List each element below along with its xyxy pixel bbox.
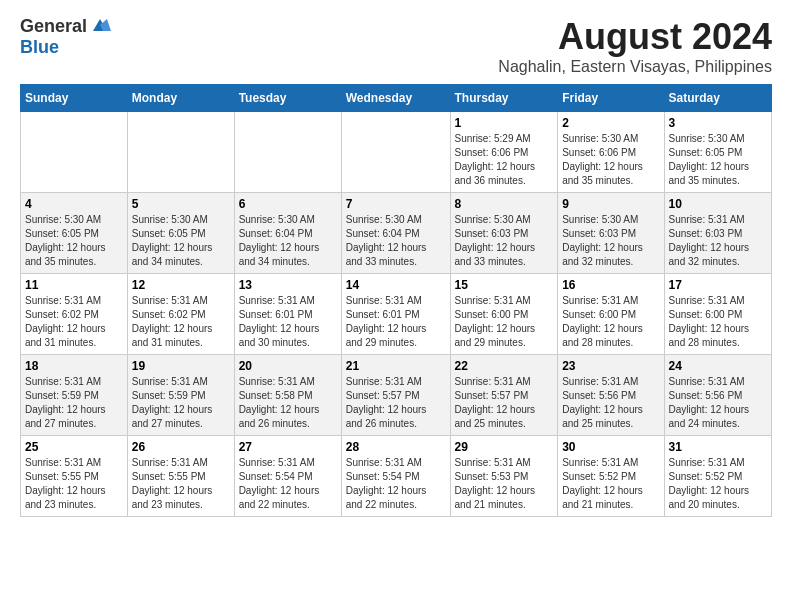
logo-blue-text: Blue bbox=[20, 37, 59, 58]
day-number: 4 bbox=[25, 197, 123, 211]
day-number: 9 bbox=[562, 197, 659, 211]
day-info: Sunrise: 5:31 AM Sunset: 5:56 PM Dayligh… bbox=[562, 375, 659, 431]
day-info: Sunrise: 5:31 AM Sunset: 6:00 PM Dayligh… bbox=[562, 294, 659, 350]
calendar-cell: 28Sunrise: 5:31 AM Sunset: 5:54 PM Dayli… bbox=[341, 436, 450, 517]
calendar-cell: 18Sunrise: 5:31 AM Sunset: 5:59 PM Dayli… bbox=[21, 355, 128, 436]
calendar-cell: 13Sunrise: 5:31 AM Sunset: 6:01 PM Dayli… bbox=[234, 274, 341, 355]
day-number: 27 bbox=[239, 440, 337, 454]
calendar-cell: 1Sunrise: 5:29 AM Sunset: 6:06 PM Daylig… bbox=[450, 112, 558, 193]
day-number: 19 bbox=[132, 359, 230, 373]
calendar-cell bbox=[234, 112, 341, 193]
day-number: 22 bbox=[455, 359, 554, 373]
day-info: Sunrise: 5:31 AM Sunset: 5:57 PM Dayligh… bbox=[455, 375, 554, 431]
calendar-cell: 14Sunrise: 5:31 AM Sunset: 6:01 PM Dayli… bbox=[341, 274, 450, 355]
day-info: Sunrise: 5:31 AM Sunset: 6:02 PM Dayligh… bbox=[132, 294, 230, 350]
day-number: 3 bbox=[669, 116, 767, 130]
calendar-cell bbox=[21, 112, 128, 193]
calendar-cell: 23Sunrise: 5:31 AM Sunset: 5:56 PM Dayli… bbox=[558, 355, 664, 436]
calendar-cell bbox=[127, 112, 234, 193]
day-info: Sunrise: 5:31 AM Sunset: 5:55 PM Dayligh… bbox=[132, 456, 230, 512]
calendar-cell: 7Sunrise: 5:30 AM Sunset: 6:04 PM Daylig… bbox=[341, 193, 450, 274]
calendar-cell: 4Sunrise: 5:30 AM Sunset: 6:05 PM Daylig… bbox=[21, 193, 128, 274]
calendar-cell: 19Sunrise: 5:31 AM Sunset: 5:59 PM Dayli… bbox=[127, 355, 234, 436]
header-cell-tuesday: Tuesday bbox=[234, 85, 341, 112]
day-info: Sunrise: 5:31 AM Sunset: 5:55 PM Dayligh… bbox=[25, 456, 123, 512]
day-number: 29 bbox=[455, 440, 554, 454]
calendar-subtitle: Naghalin, Eastern Visayas, Philippines bbox=[498, 58, 772, 76]
day-number: 26 bbox=[132, 440, 230, 454]
day-info: Sunrise: 5:31 AM Sunset: 5:52 PM Dayligh… bbox=[669, 456, 767, 512]
calendar-cell: 3Sunrise: 5:30 AM Sunset: 6:05 PM Daylig… bbox=[664, 112, 771, 193]
day-info: Sunrise: 5:31 AM Sunset: 6:00 PM Dayligh… bbox=[669, 294, 767, 350]
day-number: 11 bbox=[25, 278, 123, 292]
day-number: 17 bbox=[669, 278, 767, 292]
day-info: Sunrise: 5:31 AM Sunset: 6:01 PM Dayligh… bbox=[346, 294, 446, 350]
day-info: Sunrise: 5:31 AM Sunset: 5:52 PM Dayligh… bbox=[562, 456, 659, 512]
week-row-5: 25Sunrise: 5:31 AM Sunset: 5:55 PM Dayli… bbox=[21, 436, 772, 517]
calendar-cell bbox=[341, 112, 450, 193]
week-row-2: 4Sunrise: 5:30 AM Sunset: 6:05 PM Daylig… bbox=[21, 193, 772, 274]
day-info: Sunrise: 5:31 AM Sunset: 5:56 PM Dayligh… bbox=[669, 375, 767, 431]
day-number: 14 bbox=[346, 278, 446, 292]
calendar-cell: 6Sunrise: 5:30 AM Sunset: 6:04 PM Daylig… bbox=[234, 193, 341, 274]
day-number: 28 bbox=[346, 440, 446, 454]
day-number: 15 bbox=[455, 278, 554, 292]
day-number: 1 bbox=[455, 116, 554, 130]
calendar-cell: 12Sunrise: 5:31 AM Sunset: 6:02 PM Dayli… bbox=[127, 274, 234, 355]
day-info: Sunrise: 5:30 AM Sunset: 6:03 PM Dayligh… bbox=[455, 213, 554, 269]
calendar-cell: 16Sunrise: 5:31 AM Sunset: 6:00 PM Dayli… bbox=[558, 274, 664, 355]
header-cell-saturday: Saturday bbox=[664, 85, 771, 112]
calendar-cell: 31Sunrise: 5:31 AM Sunset: 5:52 PM Dayli… bbox=[664, 436, 771, 517]
day-info: Sunrise: 5:31 AM Sunset: 6:02 PM Dayligh… bbox=[25, 294, 123, 350]
logo-general-text: General bbox=[20, 16, 87, 37]
day-number: 12 bbox=[132, 278, 230, 292]
calendar-cell: 2Sunrise: 5:30 AM Sunset: 6:06 PM Daylig… bbox=[558, 112, 664, 193]
day-number: 23 bbox=[562, 359, 659, 373]
calendar-cell: 5Sunrise: 5:30 AM Sunset: 6:05 PM Daylig… bbox=[127, 193, 234, 274]
week-row-3: 11Sunrise: 5:31 AM Sunset: 6:02 PM Dayli… bbox=[21, 274, 772, 355]
day-info: Sunrise: 5:31 AM Sunset: 5:53 PM Dayligh… bbox=[455, 456, 554, 512]
day-number: 13 bbox=[239, 278, 337, 292]
logo: General Blue bbox=[20, 16, 111, 58]
day-number: 20 bbox=[239, 359, 337, 373]
calendar-cell: 21Sunrise: 5:31 AM Sunset: 5:57 PM Dayli… bbox=[341, 355, 450, 436]
calendar-cell: 9Sunrise: 5:30 AM Sunset: 6:03 PM Daylig… bbox=[558, 193, 664, 274]
calendar-cell: 11Sunrise: 5:31 AM Sunset: 6:02 PM Dayli… bbox=[21, 274, 128, 355]
calendar-cell: 29Sunrise: 5:31 AM Sunset: 5:53 PM Dayli… bbox=[450, 436, 558, 517]
day-info: Sunrise: 5:31 AM Sunset: 5:57 PM Dayligh… bbox=[346, 375, 446, 431]
calendar-cell: 17Sunrise: 5:31 AM Sunset: 6:00 PM Dayli… bbox=[664, 274, 771, 355]
day-number: 31 bbox=[669, 440, 767, 454]
day-info: Sunrise: 5:31 AM Sunset: 6:00 PM Dayligh… bbox=[455, 294, 554, 350]
logo-icon bbox=[89, 17, 111, 35]
day-number: 30 bbox=[562, 440, 659, 454]
calendar-cell: 27Sunrise: 5:31 AM Sunset: 5:54 PM Dayli… bbox=[234, 436, 341, 517]
day-number: 10 bbox=[669, 197, 767, 211]
header-cell-friday: Friday bbox=[558, 85, 664, 112]
day-info: Sunrise: 5:31 AM Sunset: 5:59 PM Dayligh… bbox=[25, 375, 123, 431]
day-info: Sunrise: 5:30 AM Sunset: 6:03 PM Dayligh… bbox=[562, 213, 659, 269]
calendar-cell: 8Sunrise: 5:30 AM Sunset: 6:03 PM Daylig… bbox=[450, 193, 558, 274]
day-info: Sunrise: 5:31 AM Sunset: 5:54 PM Dayligh… bbox=[346, 456, 446, 512]
calendar-cell: 20Sunrise: 5:31 AM Sunset: 5:58 PM Dayli… bbox=[234, 355, 341, 436]
calendar-body: 1Sunrise: 5:29 AM Sunset: 6:06 PM Daylig… bbox=[21, 112, 772, 517]
calendar-header-row: SundayMondayTuesdayWednesdayThursdayFrid… bbox=[21, 85, 772, 112]
day-info: Sunrise: 5:30 AM Sunset: 6:05 PM Dayligh… bbox=[669, 132, 767, 188]
title-area: August 2024 Naghalin, Eastern Visayas, P… bbox=[498, 16, 772, 76]
calendar-cell: 25Sunrise: 5:31 AM Sunset: 5:55 PM Dayli… bbox=[21, 436, 128, 517]
header-cell-wednesday: Wednesday bbox=[341, 85, 450, 112]
calendar-cell: 22Sunrise: 5:31 AM Sunset: 5:57 PM Dayli… bbox=[450, 355, 558, 436]
calendar-cell: 10Sunrise: 5:31 AM Sunset: 6:03 PM Dayli… bbox=[664, 193, 771, 274]
calendar-table: SundayMondayTuesdayWednesdayThursdayFrid… bbox=[20, 84, 772, 517]
day-info: Sunrise: 5:30 AM Sunset: 6:06 PM Dayligh… bbox=[562, 132, 659, 188]
header: General Blue August 2024 Naghalin, Easte… bbox=[20, 16, 772, 76]
calendar-title: August 2024 bbox=[498, 16, 772, 58]
day-info: Sunrise: 5:29 AM Sunset: 6:06 PM Dayligh… bbox=[455, 132, 554, 188]
header-cell-sunday: Sunday bbox=[21, 85, 128, 112]
day-info: Sunrise: 5:30 AM Sunset: 6:05 PM Dayligh… bbox=[132, 213, 230, 269]
week-row-4: 18Sunrise: 5:31 AM Sunset: 5:59 PM Dayli… bbox=[21, 355, 772, 436]
calendar-cell: 24Sunrise: 5:31 AM Sunset: 5:56 PM Dayli… bbox=[664, 355, 771, 436]
day-info: Sunrise: 5:30 AM Sunset: 6:04 PM Dayligh… bbox=[239, 213, 337, 269]
day-info: Sunrise: 5:31 AM Sunset: 5:58 PM Dayligh… bbox=[239, 375, 337, 431]
day-number: 7 bbox=[346, 197, 446, 211]
day-info: Sunrise: 5:30 AM Sunset: 6:05 PM Dayligh… bbox=[25, 213, 123, 269]
